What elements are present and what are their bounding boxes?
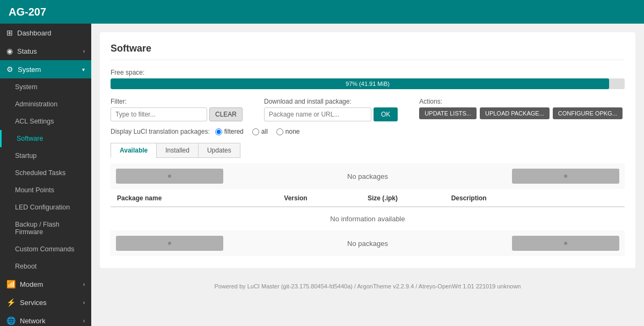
sidebar-label-led: LED Configuration bbox=[15, 204, 70, 211]
bottom-next-button[interactable] bbox=[512, 236, 619, 251]
download-input[interactable] bbox=[264, 107, 371, 121]
status-arrow: › bbox=[83, 48, 85, 54]
sidebar-label-network: Network bbox=[20, 317, 46, 325]
bottom-prev-dot bbox=[168, 242, 171, 245]
next-page-button[interactable] bbox=[512, 169, 619, 184]
filter-row: Filter: CLEAR Download and install packa… bbox=[111, 98, 625, 121]
luci-all-radio[interactable] bbox=[252, 128, 259, 135]
download-label: Download and install package: bbox=[264, 98, 398, 105]
sidebar-item-led[interactable]: LED Configuration bbox=[0, 199, 91, 216]
modem-arrow: › bbox=[83, 281, 85, 287]
sidebar-item-backup-flash[interactable]: Backup / Flash Firmware bbox=[0, 216, 91, 241]
col-package-name: Package name bbox=[117, 194, 284, 202]
services-icon: ⚡ bbox=[6, 298, 16, 307]
luci-all-option[interactable]: all bbox=[252, 128, 268, 135]
progress-bar-text: 97% (41.91 MiB) bbox=[346, 81, 390, 87]
bottom-pagination-row: No packages bbox=[111, 230, 625, 256]
tab-available[interactable]: Available bbox=[111, 143, 156, 158]
download-row: OK bbox=[264, 107, 398, 121]
bottom-next-dot bbox=[564, 242, 567, 245]
system-arrow: ▾ bbox=[82, 67, 85, 73]
dashboard-icon: ⊞ bbox=[6, 28, 13, 37]
sidebar-label-reboot: Reboot bbox=[15, 263, 36, 270]
no-info-row: No information available bbox=[111, 207, 625, 230]
luci-filtered-option[interactable]: filtered bbox=[215, 128, 244, 135]
sidebar-item-network[interactable]: 🌐 Network › bbox=[0, 311, 91, 326]
filter-input-row: CLEAR bbox=[111, 107, 243, 121]
sidebar-label-scheduled-tasks: Scheduled Tasks bbox=[15, 169, 65, 177]
prev-page-button[interactable] bbox=[116, 169, 223, 184]
no-info-text: No information available bbox=[330, 215, 405, 223]
progress-bar-container: 97% (41.91 MiB) bbox=[111, 78, 625, 89]
footer: Powered by LuCI Master (git-23.175.80454… bbox=[91, 277, 644, 296]
sidebar-item-acl[interactable]: ACL Settings bbox=[0, 113, 91, 130]
sidebar: ⊞ Dashboard ◉ Status › ⚙ System ▾ System… bbox=[0, 24, 91, 326]
luci-filtered-radio[interactable] bbox=[215, 128, 222, 135]
sidebar-label-status: Status bbox=[17, 47, 37, 55]
sidebar-label-system: System bbox=[18, 66, 41, 74]
modem-icon: 📶 bbox=[6, 280, 16, 288]
sidebar-label-system-sub: System bbox=[15, 83, 38, 91]
filter-section: Filter: CLEAR bbox=[111, 98, 243, 121]
sidebar-item-services[interactable]: ⚡ Services › bbox=[0, 293, 91, 311]
bottom-prev-button[interactable] bbox=[116, 236, 223, 251]
tabs-container: Available Installed Updates bbox=[111, 143, 625, 158]
content-panel: Software Free space: 97% (41.91 MiB) Fil… bbox=[100, 32, 635, 268]
sidebar-label-acl: ACL Settings bbox=[15, 118, 54, 125]
sidebar-item-reboot[interactable]: Reboot bbox=[0, 258, 91, 275]
sidebar-label-modem: Modem bbox=[20, 280, 43, 288]
system-icon: ⚙ bbox=[6, 65, 13, 74]
sidebar-label-startup: Startup bbox=[15, 152, 36, 160]
network-arrow: › bbox=[83, 318, 85, 324]
luci-label: Display LuCI translation packages: bbox=[111, 128, 210, 135]
status-icon: ◉ bbox=[6, 47, 13, 55]
free-space-label: Free space: bbox=[111, 69, 625, 76]
upload-package-button[interactable]: UPLOAD PACKAGE... bbox=[480, 107, 550, 119]
sidebar-item-system[interactable]: ⚙ System ▾ bbox=[0, 60, 91, 78]
sidebar-label-services: Services bbox=[20, 299, 47, 307]
top-header: AG-207 bbox=[0, 0, 644, 24]
luci-none-radio[interactable] bbox=[276, 128, 283, 135]
next-dot bbox=[564, 175, 567, 178]
page-title: Software bbox=[111, 43, 625, 60]
services-arrow: › bbox=[83, 300, 85, 306]
tab-updates[interactable]: Updates bbox=[198, 143, 240, 158]
sidebar-item-modem[interactable]: 📶 Modem › bbox=[0, 275, 91, 293]
tab-installed[interactable]: Installed bbox=[156, 143, 198, 158]
filter-input[interactable] bbox=[111, 107, 207, 121]
sidebar-item-custom-commands[interactable]: Custom Commands bbox=[0, 241, 91, 258]
sidebar-item-software[interactable]: Software bbox=[0, 130, 91, 147]
luci-row: Display LuCI translation packages: filte… bbox=[111, 128, 625, 135]
actions-section: Actions: UPDATE LISTS... UPLOAD PACKAGE.… bbox=[419, 98, 622, 119]
sidebar-item-mount-points[interactable]: Mount Points bbox=[0, 182, 91, 199]
col-description: Description bbox=[451, 194, 618, 202]
bottom-no-packages: No packages bbox=[234, 240, 501, 248]
update-lists-button[interactable]: UPDATE LISTS... bbox=[419, 107, 477, 119]
sidebar-label-software: Software bbox=[17, 135, 43, 142]
table-header: Package name Version Size (.ipk) Descrip… bbox=[111, 190, 625, 207]
actions-label: Actions: bbox=[419, 98, 622, 105]
actions-row: UPDATE LISTS... UPLOAD PACKAGE... CONFIG… bbox=[419, 107, 622, 119]
app-title: AG-207 bbox=[9, 6, 46, 18]
footer-text: Powered by LuCI Master (git-23.175.80454… bbox=[215, 283, 521, 289]
luci-none-option[interactable]: none bbox=[276, 128, 300, 135]
sidebar-label-backup-flash: Backup / Flash Firmware bbox=[15, 221, 85, 236]
sidebar-item-dashboard[interactable]: ⊞ Dashboard bbox=[0, 24, 91, 42]
configure-opkg-button[interactable]: CONFIGURE OPKG... bbox=[553, 107, 623, 119]
prev-dot bbox=[168, 175, 171, 178]
main-content: Software Free space: 97% (41.91 MiB) Fil… bbox=[91, 24, 644, 326]
top-no-packages: No packages bbox=[234, 172, 501, 180]
sidebar-label-administration: Administration bbox=[15, 100, 57, 108]
top-pagination-row: No packages bbox=[111, 163, 625, 189]
sidebar-item-system-sub[interactable]: System bbox=[0, 78, 91, 96]
sidebar-label-mount-points: Mount Points bbox=[15, 186, 54, 194]
col-size: Size (.ipk) bbox=[368, 194, 451, 202]
download-section: Download and install package: OK bbox=[264, 98, 398, 121]
sidebar-item-startup[interactable]: Startup bbox=[0, 147, 91, 164]
sidebar-label-dashboard: Dashboard bbox=[17, 29, 52, 37]
clear-button[interactable]: CLEAR bbox=[209, 107, 243, 121]
ok-button[interactable]: OK bbox=[374, 107, 398, 121]
sidebar-item-administration[interactable]: Administration bbox=[0, 96, 91, 113]
sidebar-item-status[interactable]: ◉ Status › bbox=[0, 42, 91, 60]
sidebar-item-scheduled-tasks[interactable]: Scheduled Tasks bbox=[0, 164, 91, 182]
